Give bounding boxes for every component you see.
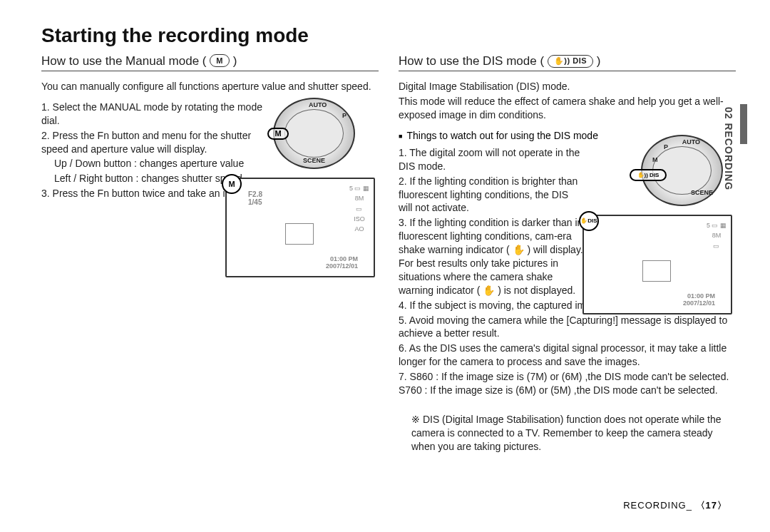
dial-label-m: M — [652, 156, 658, 163]
dial-label-scene: SCENE — [303, 157, 325, 164]
dial-label-auto: AUTO — [682, 138, 700, 145]
heading-text: How to use the Manual mode ( — [41, 54, 207, 68]
lcd-viewport-rect — [642, 260, 671, 282]
lcd-aperture-value: F2.8 1/45 — [248, 190, 262, 207]
step: 7. S860 : If the image size is (7M) or (… — [399, 370, 736, 397]
step: 1. The digital zoom will not operate in … — [399, 146, 584, 173]
footer-page-number: 〈17〉 — [696, 500, 727, 511]
dial-highlight-dis: ✋)) DIS — [630, 169, 667, 181]
lcd-preview-right: ✋DIS 5 ▭ ▦ 8M ▭ 01:00 PM 2007/12/01 — [582, 215, 732, 314]
manual-page: Starting the recording mode How to use t… — [0, 0, 770, 532]
mode-dial-illustration-right: AUTO P M SCENE ✋)) DIS — [641, 135, 723, 206]
heading-close: ) — [597, 54, 601, 68]
step-sub: Up / Down button : changes aperture valu… — [41, 157, 277, 170]
tab-label: 02 RECORDING — [723, 107, 734, 190]
mode-badge-m: M — [210, 54, 230, 67]
lcd-date: 2007/12/01 — [683, 300, 715, 307]
tab-marker — [740, 104, 747, 144]
dial-highlight-m: M — [267, 128, 289, 140]
chapter-tab: 02 RECORDING — [723, 104, 747, 240]
step: 3. If the lighting condition is darker t… — [399, 216, 584, 297]
lcd-side-icons: 5 ▭ ▦ 8M ▭ ISO AO — [349, 183, 369, 235]
dial-label-p: P — [342, 112, 346, 119]
lcd-date: 2007/12/01 — [326, 263, 358, 270]
intro-dis-1: Digital Image Stabilisation (DIS) mode. — [399, 80, 736, 93]
lcd-timestamp: 01:00 PM 2007/12/01 — [683, 293, 715, 307]
intro-manual: You can manually configure all functions… — [41, 80, 379, 93]
lcd-viewport-rect — [285, 223, 314, 245]
step: 1. Select the MANUAL mode by rotating th… — [41, 101, 277, 128]
heading-text: How to use the DIS mode ( — [399, 54, 544, 68]
left-column: How to use the Manual mode ( M ) You can… — [41, 54, 379, 454]
section-heading-dis: How to use the DIS mode ( ✋)) DIS ) — [399, 54, 736, 71]
step: 2. Press the Fn button and menu for the … — [41, 129, 277, 156]
section-heading-manual: How to use the Manual mode ( M ) — [41, 54, 379, 71]
heading-close: ) — [233, 54, 237, 68]
dial-label-scene: SCENE — [691, 189, 713, 196]
lcd-timestamp: 01:00 PM 2007/12/01 — [326, 256, 358, 270]
mode-dial-illustration-left: AUTO P SCENE M — [273, 98, 355, 169]
page-footer: RECORDING_ 〈17〉 — [623, 499, 727, 512]
lcd-corner-mode-icon: ✋DIS — [579, 211, 599, 231]
footer-label: RECORDING_ — [623, 500, 692, 511]
step: 6. As the DIS uses the camera's digital … — [399, 342, 736, 369]
right-column: How to use the DIS mode ( ✋)) DIS ) Digi… — [399, 54, 736, 454]
dial-label-auto: AUTO — [309, 101, 327, 108]
dial-inner — [284, 109, 344, 158]
step: 5. Avoid moving the camera while the [Ca… — [399, 314, 736, 341]
lcd-preview-left: M F2.8 1/45 5 ▭ ▦ 8M ▭ ISO AO 01:00 PM 2… — [225, 178, 375, 277]
mode-badge-dis: ✋)) DIS — [548, 55, 593, 68]
page-title: Starting the recording mode — [41, 24, 736, 47]
intro-dis-2: This mode will reduce the effect of came… — [399, 95, 736, 122]
two-column-layout: How to use the Manual mode ( M ) You can… — [41, 54, 736, 454]
dial-label-p: P — [664, 143, 668, 150]
lcd-corner-mode-icon: M — [222, 174, 242, 194]
note-dis: ※ DIS (Digital Image Stabilisation) func… — [399, 413, 736, 454]
step: 2. If the lighting condition is brighter… — [399, 175, 584, 215]
